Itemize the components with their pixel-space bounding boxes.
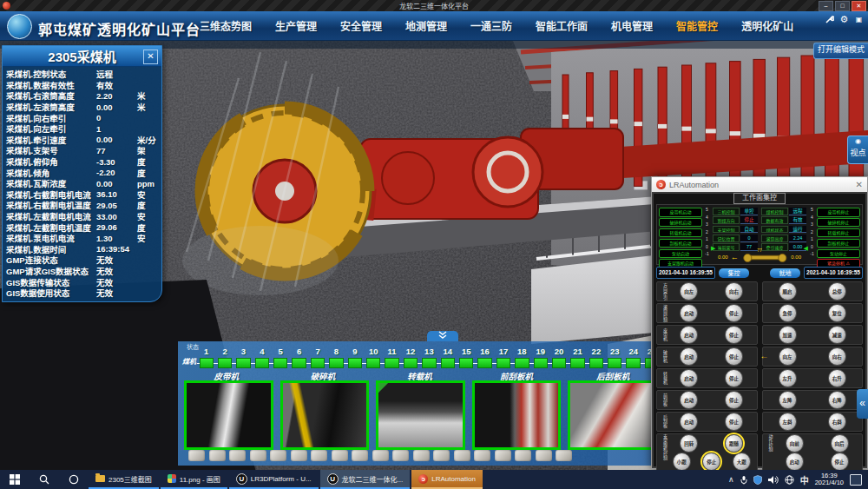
control-button-急停[interactable]: 急停 — [779, 304, 797, 322]
control-button-停止[interactable]: 停止 — [725, 413, 743, 431]
control-row: 左降右降 — [762, 390, 864, 410]
control-button-向后[interactable]: 向后 — [831, 434, 849, 453]
control-button-启动[interactable]: 启动 — [680, 347, 698, 366]
workface-start-button[interactable]: 破碎机启动 — [659, 218, 702, 228]
camera-thumbnail-5[interactable] — [568, 380, 657, 450]
taskbar-app-龙软二三维一体化...[interactable]: U龙软二三维一体化... — [320, 470, 411, 489]
nav-item-透明化矿山[interactable]: 透明化矿山 — [741, 18, 793, 33]
taskbar-app-2305三维截图[interactable]: 2305三维截图 — [89, 470, 159, 489]
nav-item-生产管理[interactable]: 生产管理 — [275, 18, 317, 33]
shearer-panel-close-icon[interactable]: ✕ — [143, 50, 158, 64]
control-button-停止[interactable]: 停止 — [831, 453, 849, 471]
control-button-大跟[interactable]: 大跟 — [733, 453, 751, 471]
open-edit-mode-button[interactable]: 打开编辑模式 — [813, 43, 868, 59]
viewpoint-tab[interactable]: ◉ 视点 — [847, 135, 868, 164]
wrench-icon[interactable] — [824, 14, 835, 25]
workface-stop-button[interactable]: 破碎机停止 — [817, 218, 860, 228]
control-button-右降[interactable]: 右降 — [828, 391, 846, 409]
notification-center-icon[interactable] — [850, 474, 862, 486]
control-button-停止[interactable]: 停止 — [725, 369, 743, 387]
control-button-左斜[interactable]: 左斜 — [779, 413, 797, 431]
control-button-停止[interactable]: 停止 — [725, 326, 743, 344]
support-status-cell — [255, 358, 269, 368]
control-button-右斜[interactable]: 右斜 — [828, 413, 846, 431]
control-button-启动[interactable]: 启动 — [680, 391, 698, 409]
mode-pill-right[interactable]: 就地 — [770, 268, 800, 278]
camera-thumbnail-2[interactable] — [280, 380, 370, 450]
network-globe-icon[interactable] — [785, 475, 794, 485]
support-number: 16 — [476, 347, 494, 356]
tray-chevron-up-icon[interactable]: ∧ — [728, 475, 734, 484]
panel-close-icon[interactable]: ▣ — [853, 14, 865, 25]
control-button-加速[interactable]: 加速 — [779, 326, 797, 344]
nav-item-智能工作面[interactable]: 智能工作面 — [536, 18, 588, 33]
minimize-button[interactable]: – — [819, 1, 833, 11]
control-button-启动[interactable]: 启动 — [680, 413, 698, 431]
control-button-回转[interactable]: 回转 — [680, 434, 698, 453]
workface-stop-button[interactable]: 皮带机停止 — [817, 208, 860, 217]
control-button-停止[interactable]: 停止 — [725, 304, 743, 322]
collapse-panel-tab[interactable]: « — [857, 389, 868, 419]
workface-start-button[interactable]: 转载机启动 — [659, 228, 702, 238]
control-button-启动[interactable]: 启动 — [680, 326, 698, 344]
taskbar-clock[interactable]: 16:39 2021/4/10 — [815, 472, 844, 487]
gear-icon[interactable]: ⚙ — [838, 14, 850, 25]
taskbar-app-label: LR3DPlatform - U... — [251, 475, 312, 483]
control-button-总停[interactable]: 总停 — [828, 282, 846, 301]
control-button-启动[interactable]: 启动 — [680, 369, 698, 387]
control-button-停止[interactable]: 停止 — [725, 391, 743, 409]
start-button[interactable] — [0, 470, 30, 489]
nav-item-地测管理[interactable]: 地测管理 — [405, 18, 447, 33]
maximize-button[interactable]: □ — [835, 1, 850, 11]
workface-start-button[interactable]: 皮带机启动 — [659, 208, 702, 217]
control-button-向左[interactable]: 向左 — [680, 282, 698, 301]
cortana-icon[interactable] — [59, 470, 89, 489]
workface-stop-button[interactable]: 泵站停止 — [817, 249, 860, 259]
control-button-复位[interactable]: 复位 — [828, 304, 846, 322]
control-button-顺启[interactable]: 顺启 — [779, 282, 797, 301]
workface-start-button[interactable]: 刮板机启动 — [659, 239, 702, 248]
control-button-向右[interactable]: 向右 — [828, 347, 846, 366]
camera-thumbnail-1[interactable] — [184, 380, 273, 450]
control-button-向前[interactable]: 向前 — [786, 434, 804, 453]
close-button[interactable]: ✕ — [852, 1, 866, 11]
taskbar-app-LR3DPlatform - U...[interactable]: ULR3DPlatform - U... — [229, 470, 319, 489]
control-button-跟随[interactable]: 跟随 — [725, 434, 743, 453]
camera-thumbnail-4[interactable] — [472, 380, 562, 450]
nav-item-三维态势图[interactable]: 三维态势图 — [200, 18, 252, 33]
lrautomation-close-icon[interactable]: ✕ — [856, 180, 863, 189]
mode-pill-left[interactable]: 集控 — [719, 268, 749, 278]
speaker-icon[interactable] — [768, 475, 779, 485]
lrautomation-titlebar[interactable]: ɔ LRAutomation ✕ — [652, 177, 867, 193]
nav-item-机电管理[interactable]: 机电管理 — [611, 18, 653, 33]
scale-tick: -1 — [703, 250, 711, 258]
workface-stop-button[interactable]: 转载机停止 — [817, 228, 860, 238]
panel-collapse-chevron[interactable] — [427, 331, 458, 341]
support-key — [372, 450, 389, 461]
control-button-小跟[interactable]: 小跟 — [673, 453, 691, 471]
nav-item-智能管控[interactable]: 智能管控 — [676, 18, 718, 33]
taskbar-app-11.png - 画图[interactable]: 11.png - 画图 — [161, 470, 227, 489]
control-button-停止[interactable]: 停止 — [725, 347, 743, 366]
control-button-启动[interactable]: 启动 — [680, 304, 698, 322]
taskbar-app-LRAutomation[interactable]: ɔLRAutomation — [411, 470, 483, 489]
control-button-启动[interactable]: 启动 — [786, 453, 804, 471]
ime-indicator[interactable]: 中 — [800, 473, 809, 486]
nav-item-安全管理[interactable]: 安全管理 — [340, 18, 382, 33]
workface-stop-button[interactable]: 刮板机停止 — [817, 239, 860, 248]
control-button-左升[interactable]: 左升 — [779, 369, 797, 387]
control-button-停止[interactable]: 停止 — [702, 453, 720, 471]
nav-item-一通三防[interactable]: 一通三防 — [470, 18, 512, 33]
control-button-减速[interactable]: 减速 — [828, 326, 846, 344]
control-button-向右[interactable]: 向右 — [725, 282, 743, 301]
control-button-向左[interactable]: 向左 — [779, 347, 797, 366]
control-button-左降[interactable]: 左降 — [779, 391, 797, 409]
camera-thumbnail-3[interactable] — [376, 380, 465, 450]
usb-icon[interactable] — [740, 475, 747, 485]
workface-start-button[interactable]: 泵站启动 — [659, 249, 702, 259]
workface-control-tab[interactable]: 工作面集控 — [733, 193, 786, 204]
control-button-右升[interactable]: 右升 — [828, 369, 846, 387]
defender-shield-icon[interactable] — [753, 475, 762, 485]
support-key — [352, 450, 368, 461]
search-icon[interactable] — [30, 470, 59, 489]
